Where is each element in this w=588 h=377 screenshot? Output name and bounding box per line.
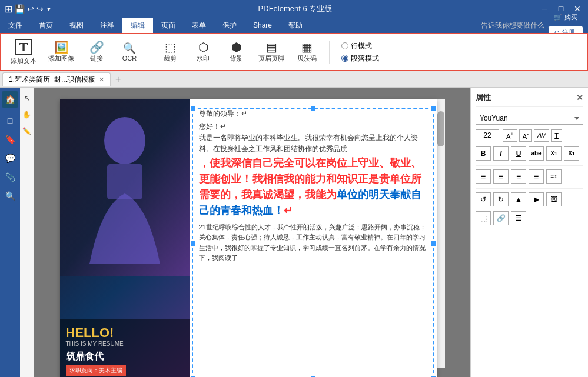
paragraph-mode-circle [341,55,348,62]
sidebar-pages-icon[interactable]: □ [2,112,18,129]
properties-panel: 属性 ✕ YouYuan A+ A- AV T B I U abe X1 X1 [470,88,588,377]
image-action-button[interactable]: 🖼 [546,192,562,206]
hand-tool[interactable]: ✋ [21,109,33,121]
undo-icon[interactable]: ↩ [27,4,34,14]
link-icon: 🔗 [89,41,104,53]
redo-icon[interactable]: ↪ [36,4,44,14]
align-justify-button[interactable]: ≡ [529,169,544,184]
panel-title-text: 属性 [476,92,491,103]
search-hint: 告诉我你想要做什么 [481,21,544,31]
handle-mr[interactable] [431,241,436,246]
handle-ml[interactable] [191,241,195,246]
handle-tr[interactable] [431,106,436,111]
align-right-button[interactable]: ≡ [511,169,526,184]
flip-vertical-button[interactable]: ▲ [511,192,526,206]
edit-tool[interactable]: ✏️ [21,125,33,137]
bold-button[interactable]: B [476,146,491,161]
sidebar-comment-icon[interactable]: 💬 [2,150,18,166]
save-icon[interactable]: 💾 [15,4,25,14]
align-left-button[interactable]: ≡ [476,169,491,184]
sidebar-search-icon[interactable]: 🔍 [2,188,18,204]
bates-code-button[interactable]: ▦ 贝茨码 [291,39,322,65]
app-title: PDFelement 6 专业版 [52,4,539,14]
align-distribute-button[interactable]: ≡↕ [546,169,562,184]
vertical-scrollbar[interactable] [437,99,445,368]
toolbar-tools: T 添加文本 🖼️ 添加图像 🔗 链接 🔍 OCR ⬚ 裁剪 ⬡ 水印 ⬢ 背景 [6,36,322,68]
buy-button[interactable]: 🛒 购买 [548,11,583,24]
flip-horizontal-button[interactable]: ▶ [529,192,544,206]
format-buttons: B I U abe X1 X1 [476,146,583,161]
document-tab[interactable]: 1.艺术类简历+封...职信模板 ✕ [2,72,111,86]
align-center-button[interactable]: ≡ [493,169,509,184]
font-selector[interactable]: YouYuan [476,112,583,125]
add-image-button[interactable]: 🖼️ 添加图像 [44,39,79,65]
left-tool-panel: ↖ ✋ ✏️ [20,88,34,377]
pdf-page: HELLO! THIS IS MY RESUME 筑鼎食代 求职意向：美术主编 … [60,99,437,377]
paragraph-mode-radio[interactable]: 段落模式 [341,54,379,64]
strikethrough-button[interactable]: abe [529,146,544,161]
menu-home[interactable]: 首页 [31,18,61,33]
panel-close-button[interactable]: ✕ [576,93,583,102]
font-size-larger[interactable]: A+ [503,129,517,142]
add-text-button[interactable]: T 添加文本 [6,36,41,68]
link-button[interactable]: 🔗 链接 [81,39,112,65]
select-tool[interactable]: ↖ [21,92,33,104]
ocr-button[interactable]: 🔍 OCR [114,41,145,64]
add-text-icon: T [15,39,32,55]
subscript-button[interactable]: X1 [564,146,579,161]
background-button[interactable]: ⬢ 背景 [221,39,251,65]
hello-text: HELLO! [66,325,184,341]
rotate-left-button[interactable]: ↺ [476,192,491,206]
tab-label: 1.艺术类简历+封...职信模板 [9,75,95,85]
handle-tc[interactable] [311,106,315,111]
sidebar-home-icon[interactable]: 🏠 [2,91,18,108]
divider-2 [476,188,583,189]
font-clear[interactable]: AV [534,129,549,142]
page-left-panel: HELLO! THIS IS MY RESUME 筑鼎食代 求职意向：美术主编 [60,99,190,377]
dropdown-icon[interactable]: ▼ [46,6,52,12]
superscript-button[interactable]: X1 [546,146,562,161]
menu-share[interactable]: Share [245,18,280,33]
align-buttons: ≡ ≡ ≡ ≡ ≡↕ [476,169,583,184]
person-silhouette [60,99,190,276]
add-tab-button[interactable]: + [112,74,124,85]
applicant-name: 筑鼎食代 [66,351,184,363]
menu-form[interactable]: 表单 [184,18,214,33]
list-action-button[interactable]: ☰ [511,211,526,225]
menu-edit[interactable]: 编辑 [122,18,153,33]
add-image-label: 添加图像 [48,54,74,63]
header-footer-button[interactable]: ▤ 页眉页脚 [254,39,289,65]
font-size-row: A+ A- AV T [476,129,583,142]
font-size-smaller[interactable]: A- [519,129,532,142]
crop-button[interactable]: ⬚ 裁剪 [155,39,185,65]
sidebar-attachment-icon[interactable]: 📎 [2,169,18,185]
divider-1 [476,165,583,166]
menu-help[interactable]: 帮助 [280,18,311,33]
add-image-icon: 🖼️ [54,41,69,53]
sidebar-bookmark-icon[interactable]: 🔖 [2,131,18,148]
svg-point-1 [104,117,145,164]
tab-bar: 1.艺术类简历+封...职信模板 ✕ + [0,71,588,88]
watermark-label: 水印 [197,54,210,63]
menu-page[interactable]: 页面 [153,18,184,33]
edit-toolbar: T 添加文本 🖼️ 添加图像 🔗 链接 🔍 OCR ⬚ 裁剪 ⬡ 水印 ⬢ 背景 [0,33,588,71]
line-mode-label: 行模式 [351,41,372,51]
crop-action-button[interactable]: ⬚ [476,211,491,225]
menu-bar: 文件 首页 视图 注释 编辑 页面 表单 保护 Share 帮助 告诉我你想要做… [0,18,588,33]
scroll-thumb[interactable] [437,111,444,146]
menu-protect[interactable]: 保护 [214,18,245,33]
menu-annotate[interactable]: 注释 [92,18,122,33]
font-size-input[interactable] [476,129,499,141]
crop-icon: ⬚ [165,41,176,53]
italic-button[interactable]: I [493,146,509,161]
line-mode-radio[interactable]: 行模式 [341,41,379,51]
tab-close-button[interactable]: ✕ [99,76,104,84]
underline-button[interactable]: U [511,146,526,161]
menu-view[interactable]: 视图 [61,18,92,33]
font-underline-t[interactable]: T [551,129,562,142]
link-action-button[interactable]: 🔗 [493,211,509,225]
menu-file[interactable]: 文件 [0,18,31,33]
handle-tl[interactable] [191,106,195,111]
watermark-button[interactable]: ⬡ 水印 [188,39,218,65]
rotate-right-button[interactable]: ↻ [493,192,509,206]
